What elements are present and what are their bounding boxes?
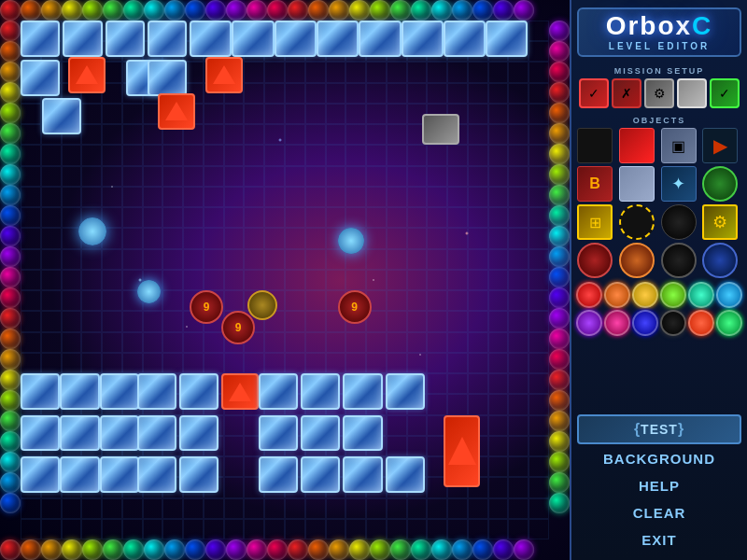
border-orb — [411, 0, 431, 21]
border-orb — [0, 390, 21, 411]
mission-icon-4[interactable] — [677, 78, 707, 108]
app-subtitle: LEVEL EDITOR — [585, 41, 734, 51]
block — [21, 456, 60, 493]
border-orb — [185, 0, 205, 21]
palette-green[interactable] — [660, 282, 686, 308]
bomb-item: 9 — [221, 311, 255, 344]
bomb-item: 9 — [338, 290, 372, 324]
background-button[interactable]: BACKGROUND — [577, 446, 741, 471]
obj-black-orb[interactable] — [661, 243, 697, 278]
block — [60, 415, 99, 452]
orb-border-left — [0, 21, 21, 539]
border-orb — [21, 0, 41, 21]
obj-red-orb[interactable] — [577, 243, 613, 278]
logo-container: OrboxC LEVEL EDITOR — [577, 7, 741, 57]
border-orb — [514, 0, 534, 21]
help-button[interactable]: HELP — [577, 473, 741, 498]
border-orb — [493, 539, 514, 560]
palette-green2[interactable] — [716, 310, 742, 336]
border-orb — [0, 349, 21, 370]
palette-red[interactable] — [576, 282, 602, 308]
border-orb — [390, 0, 411, 21]
test-button[interactable]: TEST — [577, 414, 741, 444]
border-orb — [0, 370, 21, 390]
block — [137, 415, 176, 452]
palette-cyan[interactable] — [716, 282, 742, 308]
border-orb — [0, 411, 21, 431]
obj-blue-orb[interactable] — [702, 243, 738, 278]
block — [259, 415, 298, 452]
block — [301, 456, 340, 493]
border-orb — [144, 0, 164, 21]
objects-label: OBJECTS — [633, 116, 686, 125]
obj-triangle[interactable]: ▶ — [702, 128, 738, 163]
border-orb — [103, 0, 123, 21]
block — [444, 21, 486, 57]
palette-teal[interactable] — [688, 282, 714, 308]
clear-button[interactable]: CLEAR — [577, 500, 741, 525]
block — [190, 21, 232, 57]
border-orb — [205, 0, 226, 21]
border-orb — [0, 82, 21, 103]
block — [100, 373, 139, 410]
palette-red2[interactable] — [688, 310, 714, 336]
app-title: OrboxC — [585, 13, 734, 39]
mission-icon-3[interactable]: ⚙ — [644, 78, 674, 108]
border-orb — [370, 539, 390, 560]
obj-block[interactable]: ▣ — [661, 128, 697, 163]
red-triangle-block — [444, 415, 481, 488]
block — [179, 373, 218, 410]
red-triangle-block — [221, 373, 259, 410]
border-orb — [431, 539, 452, 560]
obj-orange-orb[interactable] — [619, 243, 655, 278]
orb-border-right — [549, 21, 570, 539]
palette-black[interactable] — [660, 310, 686, 336]
border-orb — [62, 539, 82, 560]
obj-square-light[interactable] — [619, 166, 655, 202]
block — [60, 373, 99, 410]
border-orb — [0, 0, 21, 21]
palette-orange[interactable] — [604, 282, 630, 308]
obj-red[interactable] — [619, 128, 655, 163]
border-orb — [549, 349, 570, 370]
mission-icon-1[interactable]: ✓ — [579, 78, 609, 108]
border-orb — [472, 0, 493, 21]
orb-palette-row-2 — [576, 310, 742, 336]
border-orb — [431, 0, 452, 21]
mission-icon-2[interactable]: ✗ — [612, 78, 641, 108]
border-orb — [82, 539, 103, 560]
border-orb — [329, 539, 349, 560]
border-orb — [370, 0, 390, 21]
border-orb — [549, 164, 570, 185]
obj-yellow-box[interactable]: ⊞ — [577, 204, 613, 240]
border-orb — [185, 539, 205, 560]
mission-icon-5[interactable]: ✓ — [710, 78, 740, 108]
obj-sparkle[interactable]: ✦ — [661, 166, 697, 202]
block — [100, 415, 139, 452]
block — [317, 21, 359, 57]
obj-black-circle[interactable] — [661, 204, 697, 240]
obj-black[interactable] — [577, 128, 613, 163]
border-orb — [549, 370, 570, 390]
block — [137, 456, 176, 493]
border-orb — [62, 0, 82, 21]
border-orb — [549, 21, 570, 41]
palette-yellow[interactable] — [632, 282, 658, 308]
obj-bomb[interactable]: B — [577, 166, 613, 202]
obj-circle-dashed[interactable] — [619, 204, 655, 240]
block — [402, 21, 444, 57]
border-orb — [247, 539, 267, 560]
border-orb — [0, 21, 21, 41]
border-orb — [226, 0, 247, 21]
obj-green-orb[interactable] — [702, 166, 738, 202]
border-orb — [549, 308, 570, 329]
border-orb — [0, 205, 21, 226]
exit-button[interactable]: EXIT — [577, 527, 741, 553]
palette-pink[interactable] — [604, 310, 630, 336]
border-orb — [103, 539, 123, 560]
orb-border-bottom — [0, 539, 570, 560]
border-orb — [549, 472, 570, 493]
palette-blue2[interactable] — [632, 310, 658, 336]
obj-yellow-gear[interactable]: ⚙ — [702, 204, 738, 240]
palette-purple[interactable] — [576, 310, 602, 336]
